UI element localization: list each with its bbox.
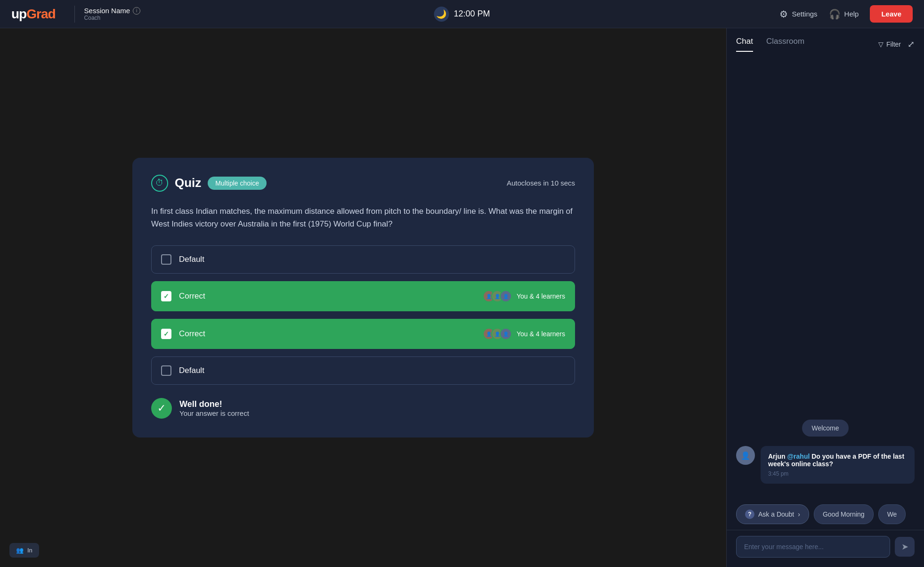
tab-classroom[interactable]: Classroom xyxy=(766,37,804,52)
info-icon[interactable]: i xyxy=(133,7,140,15)
message-sender: Arjun @rahul Do you have a PDF of the la… xyxy=(768,453,907,468)
result-text: Well done! Your answer is correct xyxy=(179,399,249,417)
chat-tabs: Chat Classroom xyxy=(736,37,804,52)
ask-doubt-button[interactable]: ? Ask a Doubt › xyxy=(736,504,809,524)
chat-header-actions: ▽ Filter ⤢ xyxy=(878,39,915,49)
chat-header: Chat Classroom ▽ Filter ⤢ xyxy=(727,28,924,52)
header: upGrad Session Name i Coach 🌙 12:00 PM ⚙… xyxy=(0,0,924,28)
checkmark-2: ✓ xyxy=(163,292,169,300)
chat-input[interactable] xyxy=(736,536,890,558)
result-title: Well done! xyxy=(179,399,249,409)
doubt-icon: ? xyxy=(745,510,754,519)
ask-doubt-label: Ask a Doubt xyxy=(758,510,794,518)
checkbox-2: ✓ xyxy=(161,291,171,301)
option-label-2: Correct xyxy=(179,292,475,301)
quick-replies: ? Ask a Doubt › Good Morning We xyxy=(727,499,924,530)
settings-icon: ⚙ xyxy=(779,8,788,20)
session-info: Session Name i Coach xyxy=(84,7,141,21)
quiz-badge: Multiple choice xyxy=(208,177,267,190)
we-label: We xyxy=(887,510,897,518)
filter-icon: ▽ xyxy=(878,40,883,48)
option-label-1: Default xyxy=(179,255,565,264)
learner-avatars-2: 👤 👤 👤 xyxy=(483,290,512,302)
we-button[interactable]: We xyxy=(878,504,906,524)
message-time: 3:45 pm xyxy=(768,470,907,477)
participants-text: In xyxy=(27,547,32,554)
help-icon: 🎧 xyxy=(829,8,841,20)
learner-count-2: You & 4 learners xyxy=(517,292,565,300)
quiz-question: In first class Indian matches, the maxim… xyxy=(151,205,575,230)
right-panel: Chat Classroom ▽ Filter ⤢ Welcome 👤 Arju… xyxy=(726,28,924,567)
checkbox-1 xyxy=(161,254,171,265)
logo-grad: Grad xyxy=(26,7,55,21)
option-label-3: Correct xyxy=(179,329,475,339)
main-content: ⏱ Quiz Multiple choice Autocloses in 10 … xyxy=(0,28,924,567)
checkmark-3: ✓ xyxy=(163,330,169,338)
sender-name: Arjun xyxy=(768,453,787,460)
message-row: 👤 Arjun @rahul Do you have a PDF of the … xyxy=(736,446,915,484)
option-learners-3: 👤 👤 👤 You & 4 learners xyxy=(483,328,565,340)
result-subtitle: Your answer is correct xyxy=(179,409,249,417)
leave-button[interactable]: Leave xyxy=(870,5,913,23)
checkbox-3: ✓ xyxy=(161,329,171,339)
help-action[interactable]: 🎧 Help xyxy=(829,8,859,20)
welcome-bubble: Welcome xyxy=(802,420,848,437)
mention: @rahul xyxy=(787,453,810,460)
good-morning-label: Good Morning xyxy=(823,510,865,518)
settings-action[interactable]: ⚙ Settings xyxy=(779,8,817,20)
good-morning-button[interactable]: Good Morning xyxy=(814,504,874,524)
left-panel: ⏱ Quiz Multiple choice Autocloses in 10 … xyxy=(0,28,726,567)
quiz-autoclose: Autocloses in 10 secs xyxy=(507,179,575,187)
quiz-timer-icon: ⏱ xyxy=(151,175,168,192)
participants-icon: 👥 xyxy=(16,547,24,554)
option-learners-2: 👤 👤 👤 You & 4 learners xyxy=(483,290,565,302)
header-time: 🌙 12:00 PM xyxy=(434,7,490,22)
tab-chat[interactable]: Chat xyxy=(736,37,753,52)
header-right: ⚙ Settings 🎧 Help Leave xyxy=(779,5,913,23)
learner-avatar: 👤 xyxy=(500,290,512,302)
quiz-title: Quiz xyxy=(175,176,201,190)
chat-messages: Welcome 👤 Arjun @rahul Do you have a PDF… xyxy=(727,52,924,499)
logo: upGrad xyxy=(11,7,56,22)
quiz-option-3[interactable]: ✓ Correct 👤 👤 👤 You & 4 learners xyxy=(151,319,575,349)
message-avatar: 👤 xyxy=(736,446,755,465)
expand-button[interactable]: ⤢ xyxy=(908,39,915,49)
learner-avatars-3: 👤 👤 👤 xyxy=(483,328,512,340)
header-divider xyxy=(74,6,75,23)
quiz-option-2[interactable]: ✓ Correct 👤 👤 👤 You & 4 learners xyxy=(151,281,575,311)
filter-button[interactable]: ▽ Filter xyxy=(878,40,901,48)
option-label-4: Default xyxy=(179,366,565,375)
quiz-header: ⏱ Quiz Multiple choice Autocloses in 10 … xyxy=(151,175,575,192)
send-icon: ➤ xyxy=(901,542,908,552)
session-role: Coach xyxy=(84,15,141,21)
chat-input-row: ➤ xyxy=(727,530,924,567)
checkbox-4 xyxy=(161,365,171,376)
ask-doubt-arrow: › xyxy=(798,510,800,518)
message-bubble: Arjun @rahul Do you have a PDF of the la… xyxy=(761,446,915,484)
quiz-option-1[interactable]: Default xyxy=(151,245,575,274)
quiz-option-4[interactable]: Default xyxy=(151,356,575,385)
quiz-title-row: ⏱ Quiz Multiple choice xyxy=(151,175,267,192)
participants-badge: 👥 In xyxy=(9,543,39,558)
quiz-result: ✓ Well done! Your answer is correct xyxy=(151,398,575,419)
send-button[interactable]: ➤ xyxy=(895,537,915,557)
result-check-icon: ✓ xyxy=(151,398,172,419)
clock-icon: 🌙 xyxy=(434,7,449,22)
learner-avatar: 👤 xyxy=(500,328,512,340)
logo-up: up xyxy=(11,7,26,21)
learner-count-3: You & 4 learners xyxy=(517,330,565,338)
quiz-overlay: ⏱ Quiz Multiple choice Autocloses in 10 … xyxy=(132,158,594,437)
session-name: Session Name i xyxy=(84,7,141,15)
